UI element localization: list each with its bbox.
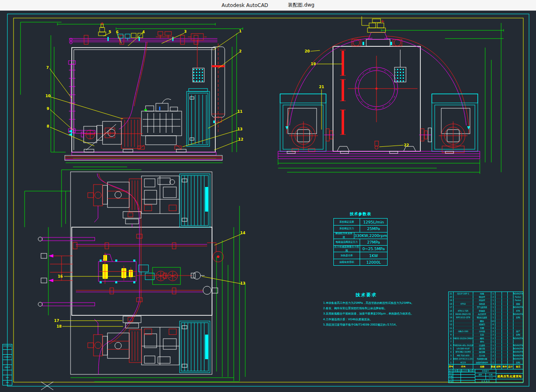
bom-cell: EIP13/12-QT8 [454,316,473,319]
tb-scale-label: 比例 [486,373,496,376]
bom-cell [513,319,523,322]
bom-header-cell: 序号 [449,365,454,369]
bom-header-cell: 备注 [513,365,523,369]
bom-header-cell: 单件 [502,365,508,369]
param-value: 25MPa [360,226,387,232]
bom-cell [502,361,508,364]
bom-cell: 冷却器 [473,330,491,333]
tech-params-rows: 系统额定流量1295L/min系统额定压力25MPa柴油机功率及转速330KW,… [333,218,388,266]
bom-cell [508,344,513,346]
bom-cell: 15 [449,312,454,315]
edge-strip-row: 旧底图总号 [3,354,12,360]
balloon: 17 [54,319,59,323]
bom-header-cell: 数量 [491,365,495,369]
bom-cell [508,323,513,326]
bom-cell [502,302,508,305]
bom-cell [508,361,513,364]
bom-cell: 12 [449,323,454,326]
bom-cell [454,323,473,326]
bom-cell: AB32-10/2X-CM4X [454,337,473,340]
bom-row: 14EIP13/12-QT8吸油过滤器1自制 [449,316,523,319]
param-label: 油箱有效容积 [334,259,360,265]
bom-cell: 1 [491,306,495,309]
drawing-canvas[interactable]: 1 2 3 4 5 6 7 10 9 8 11 13 12 [0,11,536,392]
bom-cell [508,357,513,360]
bom-cell [508,333,513,336]
bom-cell: 3 [449,354,454,357]
param-label: 柴油机功率及转速 [334,232,354,239]
bom-row: 19回油管1Parker [449,299,523,302]
side-view: 20 19 21 22 [278,16,504,174]
bom-cell: 过滤器 [473,344,491,346]
bom-cell [454,295,473,298]
edge-strip-row: 底图总号 [3,365,12,370]
bom-cell: 18 [449,302,454,305]
bom-cell: 2 [491,295,495,298]
bom-cell: 3 [491,312,495,315]
bom-cell: KTR [513,309,523,312]
bom-cell [495,337,502,340]
right-pump-enclosure [432,94,478,153]
bom-cell: 2 [449,357,454,360]
bom-cell: 接头 [473,340,491,343]
bom-cell: REXROTH [513,292,523,295]
title-block-stage-grid: 阶段标记 重量 比例 1:13 共 张 第 张 [475,369,496,383]
balloon: 21 [319,85,324,89]
bom-cell [502,309,508,312]
bom-cell [502,351,508,353]
cooler-front [187,89,210,146]
balloon: 11 [237,109,243,114]
bom-cell: 5 [449,347,454,350]
bom-cell [508,354,513,357]
engine-unit-bottom [88,316,210,373]
bom-and-title-block: 21Q11F-16P-1球阀1REXROTH20吸油管2Parker19回油管1… [448,292,523,383]
bom-cell [513,323,523,326]
bom-cell [495,302,502,305]
bom-cell: KTR-1-725 [454,309,473,312]
window-titlebar: Autodesk AutoCAD 装配图.dwg [0,0,536,11]
bom-cell: 高压软管 [473,312,491,315]
bom-cell: 2 [491,337,495,340]
bom-cell: REXROTH [513,344,523,346]
tech-requirement-line: 5.系统清洁度等级不低于GB/T14039-2002规定的-/17/14。 [323,322,409,328]
balloon: 19 [311,62,316,66]
bom-cell: 国标 [513,302,523,305]
title-block-name-zone: 超高压乳化液泵站 [496,369,523,383]
bom-cell [454,319,473,322]
balloon: 1 [239,29,242,33]
balloon: 8 [47,124,49,128]
bom-cell: 17 [449,306,454,309]
bom-cell: 11 [449,326,454,329]
param-value: 330KW,2200rpm [354,232,387,239]
bom-cell [508,330,513,333]
tech-params-title: 技术参数表 [333,212,388,217]
param-label: 压力传感器测量压力范围 [334,246,360,252]
tank-piping [38,237,224,306]
bom-cell: 1 [491,357,495,360]
bom-cell [495,361,502,364]
bom-cell: 国产 [513,330,523,333]
bom-cell [508,299,513,302]
tech-requirement-line: 4.工作液选用介质：VG46抗磨液压油。 [323,317,409,322]
edge-strip-row [3,360,12,365]
edge-strip: 借(通)用件登记旧底图总号底图总号签字日期 [2,344,12,385]
bom-cell [454,306,473,309]
bom-cell: REXROTH [513,312,523,315]
bom-cell: 1 [449,361,454,364]
param-label: 电磁溢流阀设定压力 [334,239,360,245]
bom-cell [495,309,502,312]
return-filter [188,34,207,82]
param-label: 系统额定流量 [334,219,360,225]
bom-row: 1KC23油箱焊接组件1自制 [449,361,523,364]
bom-cell [495,344,502,346]
bom-header-cell: 名称 [473,365,491,369]
bom-cell [508,295,513,298]
tb-footer-cell [496,379,523,383]
bom-cell [495,295,502,298]
bom-cell: REXROTH [513,351,523,353]
bom-cell [502,323,508,326]
bom-cell [508,351,513,353]
bom-cell [502,306,508,309]
tb-stage-label: 阶段标记 [475,369,496,373]
bom-row: 11垫圈4 [449,326,523,330]
